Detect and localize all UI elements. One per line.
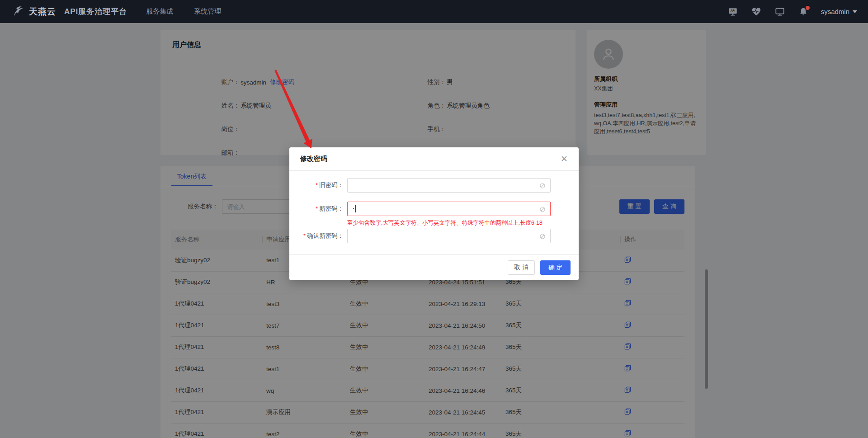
notification-badge bbox=[806, 6, 810, 10]
confirm-button[interactable]: 确定 bbox=[540, 260, 571, 275]
eye-invisible-icon[interactable] bbox=[539, 206, 546, 213]
heart-pulse-icon[interactable] bbox=[751, 7, 761, 17]
eye-invisible-icon[interactable] bbox=[539, 182, 546, 189]
nav-item-1[interactable]: 系统管理 bbox=[194, 7, 221, 16]
modal-header: 修改密码 ✕ bbox=[289, 147, 579, 171]
close-icon[interactable]: ✕ bbox=[561, 154, 568, 164]
nav-item-0[interactable]: 服务集成 bbox=[146, 7, 173, 16]
monitor-icon[interactable] bbox=[775, 7, 785, 17]
bell-icon[interactable] bbox=[798, 7, 808, 17]
navbar-right: API sysadmin bbox=[714, 7, 857, 17]
cancel-button[interactable]: 取消 bbox=[508, 260, 535, 275]
eye-invisible-icon[interactable] bbox=[539, 233, 546, 240]
product-title: API服务治理平台 bbox=[64, 6, 127, 17]
modal-body: *旧密码： *新密码： · 至少包含数字,大写英文字符、小写英文字符、特殊字符中… bbox=[289, 171, 579, 254]
new-password-row: *新密码： · bbox=[300, 202, 568, 216]
brand-area[interactable]: 天燕云 bbox=[11, 5, 56, 19]
change-password-modal: 修改密码 ✕ *旧密码： *新密码： · 至少包含数字,大写英文字符、小写英文字… bbox=[289, 147, 579, 280]
confirm-password-label: *确认新密码： bbox=[300, 232, 344, 240]
masked-char: · bbox=[353, 205, 355, 212]
confirm-password-row: *确认新密码： bbox=[300, 229, 568, 243]
modal-title: 修改密码 bbox=[300, 155, 327, 163]
nav-menu: 服务集成系统管理 bbox=[146, 7, 242, 16]
brand-name: 天燕云 bbox=[29, 6, 56, 18]
api-monitor-icon[interactable]: API bbox=[728, 7, 738, 17]
chevron-down-icon bbox=[853, 10, 857, 13]
text-cursor bbox=[355, 205, 356, 212]
required-mark: * bbox=[316, 205, 318, 212]
username: sysadmin bbox=[821, 8, 849, 15]
user-menu[interactable]: sysadmin bbox=[821, 8, 857, 15]
top-navbar: 天燕云 API服务治理平台 服务集成系统管理 API sysadmin bbox=[0, 0, 868, 23]
new-password-label: *新密码： bbox=[300, 205, 344, 213]
confirm-password-input[interactable] bbox=[347, 229, 551, 243]
required-mark: * bbox=[303, 232, 306, 239]
password-rule-error: 至少包含数字,大写英文字符、小写英文字符、特殊字符中的两种以上,长度6-18 bbox=[347, 219, 568, 227]
old-password-input[interactable] bbox=[347, 178, 551, 193]
old-password-row: *旧密码： bbox=[300, 178, 568, 193]
new-password-input[interactable]: · bbox=[347, 202, 551, 216]
required-mark: * bbox=[316, 182, 318, 188]
svg-text:API: API bbox=[730, 9, 735, 12]
swallow-logo-icon bbox=[11, 5, 25, 19]
modal-footer: 取消 确定 bbox=[289, 254, 579, 280]
old-password-label: *旧密码： bbox=[300, 181, 344, 189]
